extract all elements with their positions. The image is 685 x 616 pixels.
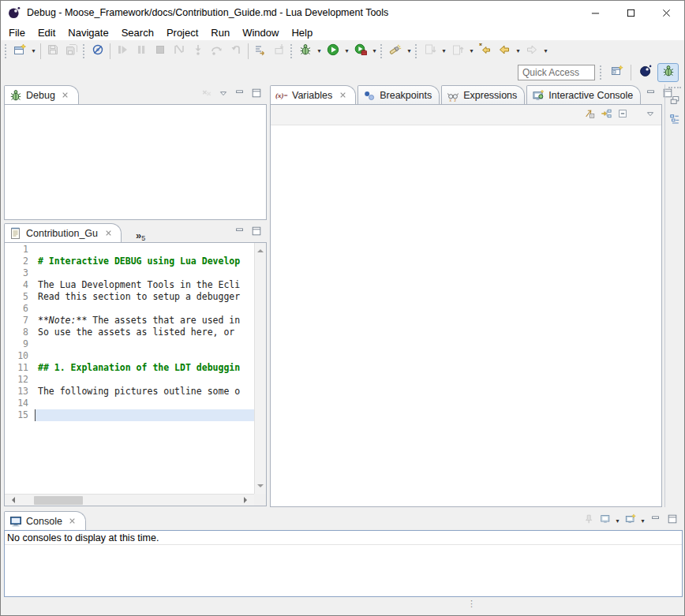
search-menu-chevron[interactable]: ▾ [405, 42, 414, 61]
step-over-icon [211, 43, 223, 59]
next-annotation-button[interactable] [421, 42, 440, 61]
next-annotation-menu-chevron[interactable]: ▾ [440, 42, 448, 61]
scroll-right-arrow[interactable] [244, 497, 250, 503]
scroll-down-arrow[interactable] [257, 484, 264, 491]
statusbar-drag-handle[interactable]: ⋮ [467, 599, 476, 609]
scrollbar-thumb[interactable] [34, 496, 83, 505]
view-menu-button[interactable] [642, 107, 658, 123]
display-console-icon [600, 513, 611, 528]
skip-all-breakpoints-button[interactable] [88, 42, 107, 61]
pin-console-button[interactable] [580, 513, 597, 528]
close-tab-icon[interactable] [103, 228, 114, 239]
menu-navigate[interactable]: Navigate [62, 26, 114, 39]
debug-button[interactable] [296, 42, 315, 61]
menu-file[interactable]: File [2, 26, 32, 39]
suspend-button[interactable] [132, 42, 151, 61]
step-over-button[interactable] [208, 42, 226, 61]
console-content[interactable]: No consoles to display at this time. [4, 530, 683, 597]
vertical-scrollbar[interactable] [254, 243, 266, 494]
code-line [35, 244, 254, 256]
tab-expressions[interactable]: xzExpressions [441, 85, 525, 104]
minimize-view-button[interactable] [231, 87, 248, 103]
menu-window[interactable]: Window [236, 26, 285, 39]
minimize-view-button[interactable] [642, 87, 659, 103]
remove-terminated-button[interactable] [198, 87, 215, 103]
lua-perspective-button[interactable] [634, 63, 656, 82]
search-button[interactable] [386, 42, 405, 61]
previous-annotation-menu-chevron[interactable]: ▾ [467, 42, 476, 61]
restore-view-button[interactable] [666, 94, 683, 110]
code-line: So use the assets as listed here, or [35, 327, 254, 338]
close-tab-icon[interactable] [60, 90, 71, 101]
menu-edit[interactable]: Edit [32, 26, 62, 39]
minimize-view-button[interactable] [231, 225, 248, 241]
open-console-button[interactable] [622, 513, 638, 528]
save-all-button[interactable] [62, 42, 81, 61]
tab-debug[interactable]: Debug [4, 85, 79, 104]
console-view: Console ▾ ▾ No consoles to display at th… [4, 510, 683, 597]
run-menu-chevron[interactable]: ▾ [342, 42, 351, 61]
window-maximize-button[interactable] [613, 1, 649, 24]
scroll-up-arrow[interactable] [257, 246, 264, 252]
code-line: The following pictures outline some o [35, 386, 254, 398]
last-edit-location-button[interactable]: * [476, 42, 495, 61]
external-tools-menu-chevron[interactable]: ▾ [370, 42, 379, 61]
tab-variables[interactable]: (x)=Variables [270, 85, 356, 104]
quick-access-input[interactable] [518, 65, 595, 80]
disconnect-button[interactable] [170, 42, 189, 61]
window-close-button[interactable] [649, 1, 684, 24]
external-tools-button[interactable] [351, 42, 370, 61]
menu-search[interactable]: Search [115, 26, 160, 39]
back-menu-chevron[interactable]: ▾ [514, 42, 522, 61]
view-menu-button[interactable] [215, 87, 231, 103]
tab-contribution-guide[interactable]: Contribution_Gu [4, 223, 122, 242]
variables-content[interactable] [271, 125, 661, 507]
horizontal-scrollbar[interactable] [5, 494, 254, 506]
step-return-button[interactable] [226, 42, 245, 61]
menu-project[interactable]: Project [160, 26, 204, 39]
collapse-all-button[interactable] [614, 107, 631, 123]
outline-view-button[interactable] [666, 113, 683, 129]
line-number: 14 [5, 398, 35, 409]
tab-breakpoints[interactable]: Breakpoints [357, 85, 440, 104]
open-perspective-button[interactable] [606, 63, 627, 82]
new-wizard-button[interactable] [10, 42, 29, 61]
back-button[interactable] [495, 42, 514, 61]
forward-menu-chevron[interactable]: ▾ [541, 42, 550, 61]
drop-to-frame-button[interactable] [270, 42, 289, 61]
tab-console[interactable]: Console [4, 511, 86, 530]
close-tab-icon[interactable] [67, 516, 78, 527]
scroll-left-arrow[interactable] [9, 497, 15, 503]
window-minimize-button[interactable] [578, 1, 613, 24]
view-menu-icon [645, 108, 656, 122]
run-button[interactable] [324, 42, 342, 61]
debug-view-content[interactable] [4, 104, 267, 220]
show-logical-structures-button[interactable] [597, 107, 614, 123]
debug-perspective-button[interactable] [657, 63, 679, 82]
new-wizard-menu-chevron[interactable]: ▾ [29, 42, 38, 61]
forward-button[interactable] [522, 42, 541, 61]
show-type-names-button[interactable] [581, 107, 597, 123]
maximize-view-button[interactable] [248, 225, 264, 241]
hidden-editors-button[interactable]: » 5 [136, 225, 145, 242]
resume-button[interactable] [113, 42, 132, 61]
debug-icon [9, 89, 23, 102]
previous-annotation-button[interactable] [448, 42, 467, 61]
close-tab-icon[interactable] [337, 90, 348, 101]
use-step-filters-button[interactable] [251, 42, 270, 61]
maximize-view-button[interactable] [248, 87, 264, 103]
tab-interactive-console[interactable]: Interactive Console [526, 85, 641, 104]
step-into-button[interactable] [189, 42, 208, 61]
save-button[interactable] [43, 42, 62, 61]
debug-menu-chevron[interactable]: ▾ [315, 42, 324, 61]
display-selected-console-button[interactable] [597, 513, 613, 528]
minimize-view-button[interactable] [647, 513, 664, 528]
maximize-view-button[interactable] [664, 513, 680, 528]
code-line [35, 338, 254, 350]
menu-run[interactable]: Run [204, 26, 236, 39]
display-console-menu-chevron[interactable]: ▾ [613, 511, 622, 530]
code-area[interactable]: # Interactive DEBUG using Lua DevelopThe… [35, 243, 254, 506]
menu-help[interactable]: Help [285, 26, 319, 39]
open-console-menu-chevron[interactable]: ▾ [638, 511, 647, 530]
terminate-button[interactable] [151, 42, 170, 61]
